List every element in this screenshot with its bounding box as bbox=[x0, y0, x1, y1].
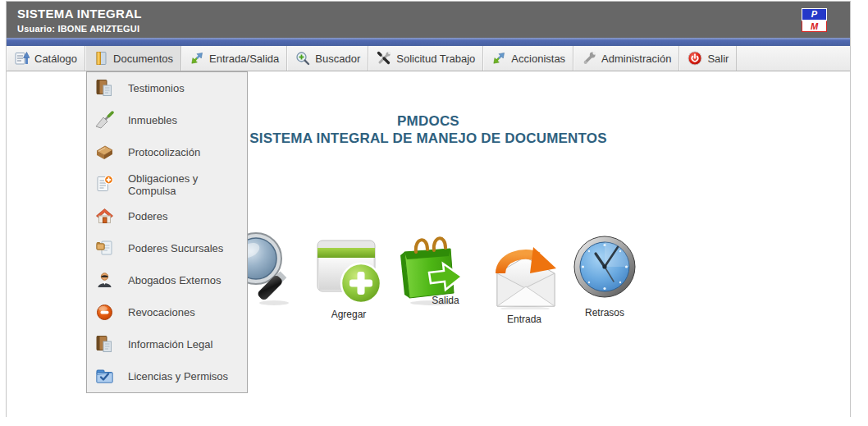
shortcut-label: Agregar bbox=[312, 309, 386, 320]
dropdown-item-label: Protocolización bbox=[128, 146, 200, 158]
app-window: SISTEMA INTEGRAL Usuario: IBONE ARIZTEGU… bbox=[6, 1, 851, 417]
add-panel-icon bbox=[312, 234, 386, 305]
dropdown-item-label: Poderes Sucursales bbox=[128, 242, 223, 254]
dropdown-item-label: Testimonios bbox=[128, 82, 185, 94]
dropdown-item-label: Información Legal bbox=[128, 338, 212, 350]
shortcut-label: Retrasos bbox=[568, 307, 642, 318]
menubar-item-label: Administración bbox=[601, 53, 671, 65]
search-plus-icon bbox=[295, 51, 310, 66]
shortcut-entrada[interactable]: Entrada bbox=[487, 237, 561, 325]
dropdown-item-abogados-externos[interactable]: Abogados Externos bbox=[87, 264, 247, 296]
house-icon bbox=[95, 207, 114, 226]
pm-logo: P M bbox=[802, 8, 827, 32]
menubar-item-label: Entrada/Salida bbox=[209, 53, 279, 65]
menubar-item-label: Accionistas bbox=[511, 53, 565, 65]
menubar-item-solicitud-trabajo[interactable]: Solicitud Trabajo bbox=[368, 46, 483, 71]
dropdown-item-testimonios[interactable]: Testimonios bbox=[87, 72, 247, 104]
book-page-icon bbox=[95, 335, 114, 354]
documents-dropdown-menu: Testimonios Inmuebles Proto bbox=[86, 71, 248, 393]
dropdown-item-informacion-legal[interactable]: Información Legal bbox=[87, 328, 247, 360]
in-out-arrows-icon bbox=[190, 51, 204, 66]
menubar-item-catalogo[interactable]: Catálogo bbox=[7, 46, 85, 71]
logged-user-label: Usuario: IBONE ARIZTEGUI bbox=[17, 24, 850, 34]
dropdown-item-inmuebles[interactable]: Inmuebles bbox=[87, 104, 247, 136]
in-out-arrows-icon bbox=[491, 51, 506, 66]
dropdown-item-revocaciones[interactable]: Revocaciones bbox=[87, 296, 247, 328]
dropdown-item-protocolizacion[interactable]: Protocolización bbox=[87, 136, 247, 168]
menubar-item-accionistas[interactable]: Accionistas bbox=[483, 46, 573, 71]
menubar-item-buscador[interactable]: Buscador bbox=[287, 46, 368, 71]
menubar-item-label: Solicitud Trabajo bbox=[396, 53, 475, 65]
dropdown-item-label: Revocaciones bbox=[128, 306, 195, 318]
accent-bar bbox=[7, 38, 850, 46]
shortcut-label: Entrada bbox=[487, 314, 561, 325]
power-icon bbox=[688, 51, 702, 66]
shortcut-retrasos[interactable]: Retrasos bbox=[568, 234, 642, 318]
shortcut-salida[interactable]: Salida bbox=[396, 227, 470, 306]
menubar-item-documentos[interactable]: Documentos bbox=[85, 46, 181, 71]
minus-circle-icon bbox=[95, 303, 114, 322]
menubar-item-label: Salir bbox=[707, 53, 729, 65]
documents-icon bbox=[94, 51, 108, 66]
folder-check-icon bbox=[95, 367, 114, 386]
dropdown-item-label: Licencias y Permisos bbox=[128, 370, 228, 382]
clock-icon bbox=[571, 234, 638, 303]
catalog-icon bbox=[15, 51, 30, 66]
person-icon bbox=[95, 271, 114, 290]
menubar-item-salir[interactable]: Salir bbox=[679, 46, 737, 71]
menubar-item-label: Buscador bbox=[315, 53, 360, 65]
menubar-item-label: Catálogo bbox=[34, 53, 77, 65]
dropdown-item-licencias-permisos[interactable]: Licencias y Permisos bbox=[87, 360, 247, 392]
menubar-filler bbox=[737, 46, 850, 71]
menubar-item-label: Documentos bbox=[113, 53, 173, 65]
shortcut-agregar[interactable]: Agregar bbox=[312, 234, 386, 320]
dropdown-item-poderes[interactable]: Poderes bbox=[87, 200, 247, 232]
dropdown-item-label: Poderes bbox=[128, 210, 167, 222]
app-header: SISTEMA INTEGRAL Usuario: IBONE ARIZTEGU… bbox=[7, 2, 850, 38]
menubar: Catálogo Documentos bbox=[7, 46, 850, 71]
dropdown-item-label: Abogados Externos bbox=[128, 274, 221, 286]
book-page-icon bbox=[95, 79, 114, 98]
menubar-item-administracion[interactable]: Administración bbox=[573, 46, 679, 71]
pm-logo-m: M bbox=[802, 21, 827, 32]
page-folder-icon bbox=[95, 239, 114, 258]
pm-logo-p: P bbox=[802, 8, 827, 21]
dropdown-item-obligaciones[interactable]: Obligaciones y Compulsa bbox=[87, 168, 247, 200]
document-add-icon bbox=[95, 175, 114, 194]
dropdown-item-label: Inmuebles bbox=[128, 114, 177, 126]
brown-book-icon bbox=[95, 143, 114, 162]
envelope-arrow-icon bbox=[487, 237, 561, 309]
tools-icon bbox=[377, 51, 391, 66]
menubar-item-entrada-salida[interactable]: Entrada/Salida bbox=[181, 46, 287, 71]
app-title: SISTEMA INTEGRAL bbox=[17, 7, 850, 21]
wrench-icon bbox=[582, 51, 596, 66]
dropdown-item-label: Obligaciones y Compulsa bbox=[128, 172, 247, 197]
dropdown-item-poderes-sucursales[interactable]: Poderes Sucursales bbox=[87, 232, 247, 264]
trowel-icon bbox=[95, 111, 114, 130]
